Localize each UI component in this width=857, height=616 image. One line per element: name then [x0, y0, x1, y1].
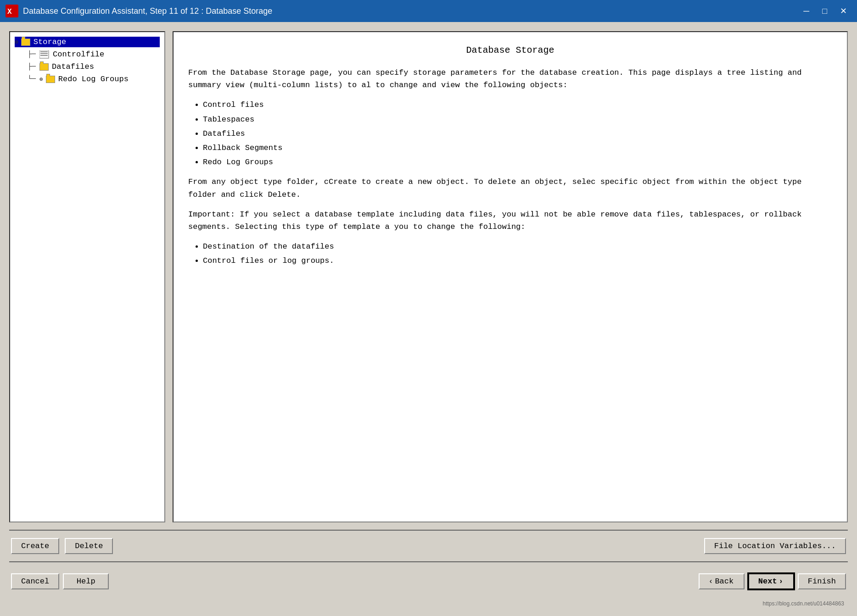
- close-button[interactable]: ✕: [835, 5, 851, 17]
- button-row-2: Cancel Help ‹ Back Next › Finish: [9, 570, 848, 593]
- content-paragraph2: From any object type folder, cCreate to …: [188, 176, 832, 200]
- help-button[interactable]: Help: [63, 573, 109, 589]
- maximize-button[interactable]: □: [818, 5, 832, 17]
- folder-icon-storage: [21, 39, 30, 46]
- file-location-variables-button[interactable]: File Location Variables...: [704, 538, 846, 554]
- back-left-arrow: ‹: [709, 577, 713, 586]
- svg-text:X: X: [7, 8, 12, 16]
- content-panel: Database Storage From the Database Stora…: [173, 31, 848, 522]
- next-label: Next: [758, 577, 777, 586]
- btn-row2-left: Cancel Help: [11, 573, 109, 589]
- tree-panel: ⊖ Storage ├─ Controlfile: [9, 31, 165, 522]
- btn-row2-right: ‹ Back Next › Finish: [699, 573, 846, 589]
- main-container: ⊖ Storage ├─ Controlfile: [0, 22, 857, 616]
- delete-button[interactable]: Delete: [65, 538, 113, 554]
- svg-rect-4: [40, 53, 48, 54]
- list2-item-1: Destination of the datafiles: [203, 240, 832, 253]
- tree-label-datafiles: Datafiles: [52, 62, 94, 71]
- tree-connector-datafiles: ├─: [28, 63, 36, 71]
- list1-item-3: Datafiles: [203, 128, 832, 140]
- title-bar: X Database Configuration Assistant, Step…: [0, 0, 857, 22]
- content-paragraph3: Important: If you select a database temp…: [188, 208, 832, 233]
- tree-item-controlfile[interactable]: ├─ Controlfile: [28, 49, 160, 60]
- panel-row: ⊖ Storage ├─ Controlfile: [9, 31, 848, 522]
- controlfile-icon: [39, 50, 50, 59]
- url-hint: https://blog.csdn.net/u014484863: [9, 600, 848, 607]
- svg-rect-5: [40, 55, 48, 56]
- list2-item-2: Control files or log groups.: [203, 255, 832, 267]
- content-list1: Control files Tablespaces Datafiles Roll…: [203, 99, 832, 168]
- create-button[interactable]: Create: [11, 538, 59, 554]
- list1-item-5: Redo Log Groups: [203, 156, 832, 168]
- folder-icon-datafiles: [39, 63, 49, 71]
- finish-button[interactable]: Finish: [798, 573, 846, 589]
- tree-item-redo-log-groups[interactable]: └─ ⊕ Redo Log Groups: [28, 74, 160, 84]
- divider-1: [9, 530, 848, 531]
- tree-connector-redo: └─: [28, 75, 36, 83]
- list1-item-4: Rollback Segments: [203, 142, 832, 154]
- back-label: Back: [715, 577, 734, 586]
- list1-item-2: Tablespaces: [203, 113, 832, 126]
- content-paragraph1: From the Database Storage page, you can …: [188, 67, 832, 91]
- tree-label-controlfile: Controlfile: [53, 50, 104, 59]
- tree-item-storage[interactable]: ⊖ Storage: [15, 37, 160, 47]
- folder-icon-redo: [46, 76, 55, 83]
- divider-2: [9, 561, 848, 562]
- title-bar-text: Database Configuration Assistant, Step 1…: [23, 6, 799, 16]
- app-icon: X: [6, 5, 18, 17]
- expand-icon-storage: ⊖: [15, 39, 18, 46]
- content-list2: Destination of the datafiles Control fil…: [203, 240, 832, 267]
- list1-item-1: Control files: [203, 99, 832, 111]
- cancel-button[interactable]: Cancel: [11, 573, 59, 589]
- expand-icon-redo: ⊕: [39, 76, 43, 83]
- button-row-1: Create Delete File Location Variables...: [9, 538, 848, 554]
- tree-item-datafiles[interactable]: ├─ Datafiles: [28, 61, 160, 72]
- next-right-arrow: ›: [779, 577, 784, 586]
- tree-label-redo: Redo Log Groups: [58, 75, 129, 83]
- title-bar-controls: ─ □ ✕: [799, 5, 851, 17]
- content-body: From the Database Storage page, you can …: [188, 67, 832, 267]
- back-button[interactable]: ‹ Back: [699, 573, 745, 589]
- next-button[interactable]: Next ›: [748, 573, 794, 589]
- tree-connector-controlfile: ├─: [28, 50, 36, 58]
- minimize-button[interactable]: ─: [799, 5, 814, 17]
- content-title: Database Storage: [188, 45, 832, 55]
- svg-rect-3: [40, 51, 48, 52]
- tree-label-storage: Storage: [34, 38, 66, 46]
